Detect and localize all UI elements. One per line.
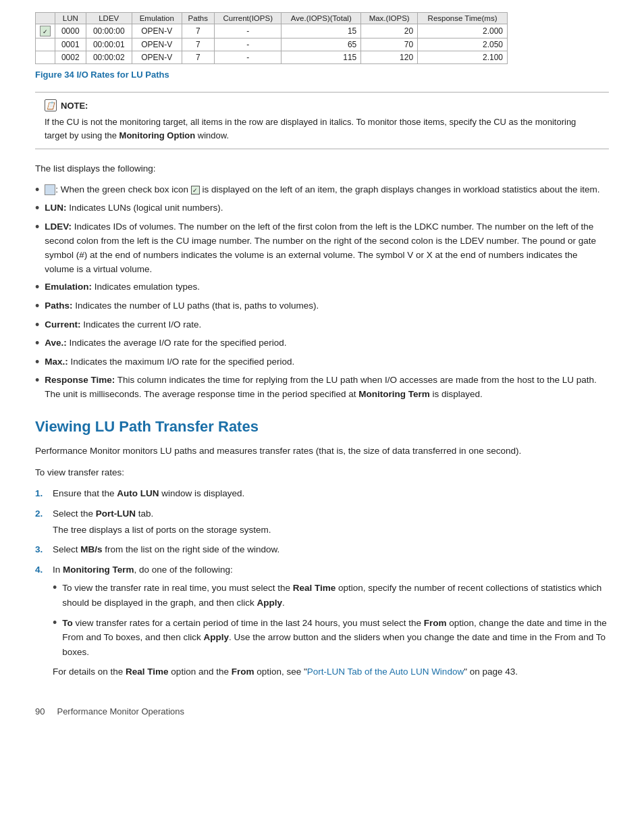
table-header-paths: Paths	[182, 13, 215, 24]
bullet-content: Ave.: Indicates the average I/O rate for…	[45, 336, 609, 350]
step-text: In Monitoring Term, do one of the follow…	[53, 565, 233, 575]
table-row: ✓000000:00:00OPEN-V7-15202.000	[36, 24, 508, 38]
io-rates-table: LUN LDEV Emulation Paths Current(IOPS) A…	[35, 12, 508, 64]
bullet-key: Ave.:	[45, 338, 67, 348]
checkbox-icon: ✓	[191, 186, 200, 194]
bullet-content: Current: Indicates the current I/O rate.	[45, 318, 609, 332]
sub-bullet-bold: From	[424, 618, 447, 628]
step-bold: Port-LUN	[96, 509, 136, 519]
table-row: 000100:00:01OPEN-V7-65702.050	[36, 38, 508, 51]
step-text: Select MB/s from the list on the right s…	[53, 544, 279, 554]
bullet-content: Response Time: This column indicates the…	[45, 373, 609, 402]
numbered-step: 4.In Monitoring Term, do one of the foll…	[35, 563, 609, 679]
step-content: Select the Port-LUN tab.The tree display…	[53, 506, 609, 537]
list-intro: The list displays the following:	[35, 161, 609, 176]
step-bold: Auto LUN	[117, 488, 159, 498]
bullet-key: LUN:	[45, 203, 66, 213]
step-text: Select the Port-LUN tab.	[53, 509, 153, 519]
bullet-dot: •	[35, 373, 39, 388]
bullet-key: Paths:	[45, 301, 72, 311]
table-header-icon	[36, 13, 55, 24]
bullet-dot: •	[35, 336, 39, 351]
bullet-list: •: When the green check box icon ✓ is di…	[35, 183, 609, 402]
graph-icon	[45, 184, 55, 195]
sub-bullet-dot: •	[53, 616, 57, 631]
bullet-content: Emulation: Indicates emulation types.	[45, 280, 609, 294]
numbered-step: 3.Select MB/s from the list on the right…	[35, 542, 609, 557]
sub-bullet-bold: From	[424, 618, 447, 628]
sub-bullet-bold: To	[62, 618, 73, 628]
sub-bullet-item: •To view the transfer rate in real time,…	[53, 581, 609, 610]
port-lun-link[interactable]: Port-LUN Tab of the Auto LUN Window	[307, 667, 464, 677]
footer-text: Performance Monitor Operations	[57, 706, 184, 716]
note-text: If the CU is not the monitoring target, …	[45, 115, 599, 142]
list-item: •Current: Indicates the current I/O rate…	[35, 318, 609, 333]
step-number: 2.	[35, 506, 47, 521]
from-bold: From	[232, 667, 254, 677]
bullet-key: Max.:	[45, 357, 68, 367]
step-number: 1.	[35, 486, 47, 501]
section-heading: Viewing LU Path Transfer Rates	[35, 418, 609, 436]
bullet-content: Paths: Indicates the number of LU paths …	[45, 299, 609, 313]
table-header-current: Current(IOPS)	[215, 13, 281, 24]
figure-caption: Figure 34 I/O Rates for LU Paths	[35, 70, 609, 80]
sub-bullet-bold: Apply	[257, 598, 283, 608]
sub-bullet-bold: Apply	[203, 632, 229, 642]
note-bold: Monitoring Option	[119, 130, 196, 140]
bullet-dot: •	[35, 220, 39, 235]
page-number: 90	[35, 706, 45, 716]
list-item: •Paths: Indicates the number of LU paths…	[35, 299, 609, 314]
bullet-dot: •	[35, 280, 39, 295]
bullet-dot: •	[35, 183, 39, 198]
step-content: Ensure that the Auto LUN window is displ…	[53, 486, 609, 501]
sub-bullet-content: To view the transfer rate in real time, …	[62, 581, 609, 610]
bullet-key: Current:	[45, 319, 80, 330]
note-label: NOTE:	[61, 101, 88, 111]
steps-intro: To view transfer rates:	[35, 465, 609, 480]
bullet-content: LUN: Indicates LUNs (logical unit number…	[45, 201, 609, 215]
step-content: Select MB/s from the list on the right s…	[53, 542, 609, 557]
sub-bullet-item: •To view transfer rates for a certain pe…	[53, 616, 609, 660]
list-item: •Emulation: Indicates emulation types.	[35, 280, 609, 295]
sub-bullet-bold: To	[62, 618, 73, 628]
monitoring-term-bold: Monitoring Term	[358, 389, 430, 399]
step-bold: MB/s	[80, 544, 102, 554]
bullet-key: LDEV:	[45, 221, 72, 232]
bullet-dot: •	[35, 355, 39, 370]
table-header-emulation: Emulation	[132, 13, 182, 24]
note-box: 📋 NOTE: If the CU is not the monitoring …	[35, 92, 609, 149]
numbered-step: 1.Ensure that the Auto LUN window is dis…	[35, 486, 609, 501]
bullet-dot: •	[35, 201, 39, 216]
real-time-bold: Real Time	[126, 667, 169, 677]
bullet-dot: •	[35, 299, 39, 314]
sub-bullet-list: •To view the transfer rate in real time,…	[53, 581, 609, 659]
note-icon: 📋	[45, 99, 57, 111]
list-item: •Response Time: This column indicates th…	[35, 373, 609, 402]
list-item: •LDEV: Indicates IDs of volumes. The num…	[35, 220, 609, 277]
numbered-step: 2.Select the Port-LUN tab.The tree displ…	[35, 506, 609, 537]
list-item: •Ave.: Indicates the average I/O rate fo…	[35, 336, 609, 351]
bullet-dot: •	[35, 318, 39, 333]
list-item: •: When the green check box icon ✓ is di…	[35, 183, 609, 198]
table-header-max: Max.(IOPS)	[361, 13, 418, 24]
bullet-content: Max.: Indicates the maximum I/O rate for…	[45, 355, 609, 369]
sub-bullet-dot: •	[53, 581, 57, 596]
list-item: •LUN: Indicates LUNs (logical unit numbe…	[35, 201, 609, 216]
steps-list: 1.Ensure that the Auto LUN window is dis…	[35, 486, 609, 679]
step-text: Ensure that the Auto LUN window is displ…	[53, 488, 244, 498]
step-sub-text: The tree displays a list of ports on the…	[53, 523, 609, 538]
sub-bullet-bold: From	[424, 618, 447, 628]
bullet-key: Emulation:	[45, 282, 92, 292]
sub-bullet-content: To view transfer rates for a certain per…	[62, 616, 609, 660]
step-bold: Monitoring Term	[63, 565, 134, 575]
sub-bullet-bold: Real Time	[293, 583, 336, 593]
table-header-response: Response Time(ms)	[418, 13, 508, 24]
step-number: 3.	[35, 542, 47, 557]
table-header-ldev: LDEV	[86, 13, 132, 24]
table-header-ave: Ave.(IOPS)(Total)	[281, 13, 361, 24]
bullet-content: : When the green check box icon ✓ is dis…	[45, 183, 609, 197]
bullet-content: LDEV: Indicates IDs of volumes. The numb…	[45, 220, 609, 277]
bullet-key: Response Time:	[45, 375, 115, 385]
list-item: •Max.: Indicates the maximum I/O rate fo…	[35, 355, 609, 370]
step-content: In Monitoring Term, do one of the follow…	[53, 563, 609, 679]
